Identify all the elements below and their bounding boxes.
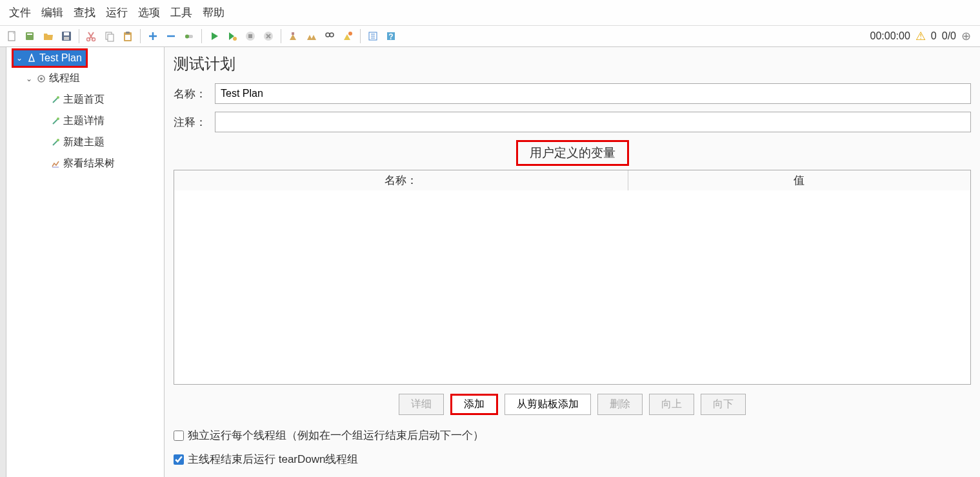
svg-point-6 bbox=[87, 38, 90, 41]
name-input[interactable] bbox=[215, 83, 971, 104]
stop-icon[interactable] bbox=[242, 28, 259, 45]
sampler-icon bbox=[50, 116, 61, 127]
svg-point-15 bbox=[233, 37, 237, 41]
menu-file[interactable]: 文件 bbox=[5, 4, 35, 21]
svg-text:?: ? bbox=[388, 32, 393, 41]
tree-test-plan[interactable]: ⌄ Test Plan bbox=[14, 50, 86, 66]
separator bbox=[281, 29, 281, 43]
expand-icon[interactable] bbox=[145, 28, 161, 45]
collapse-icon[interactable] bbox=[163, 28, 179, 45]
separator bbox=[79, 29, 79, 43]
checkbox-section: 独立运行每个线程组（例如在一个组运行结束后启动下一个） 主线程结束后运行 tea… bbox=[174, 428, 971, 477]
menu-search[interactable]: 查找 bbox=[70, 4, 99, 21]
tree-item-detail[interactable]: 主题详情 bbox=[6, 110, 164, 132]
test-plan-icon bbox=[26, 53, 37, 63]
tree-panel: ⌄ Test Plan ⌄ 线程组 主题首页 主题详情 新建主题 bbox=[6, 47, 165, 477]
shutdown-icon[interactable] bbox=[260, 28, 277, 45]
teardown-checkbox[interactable] bbox=[174, 454, 184, 465]
run-icon[interactable] bbox=[206, 28, 223, 45]
sampler-icon bbox=[50, 95, 61, 105]
grip-icon: ⊕ bbox=[961, 29, 971, 43]
svg-point-22 bbox=[348, 32, 352, 36]
tree-item-results[interactable]: 察看结果树 bbox=[6, 153, 164, 174]
svg-rect-1 bbox=[26, 32, 34, 40]
svg-point-29 bbox=[57, 117, 59, 120]
left-gutter bbox=[0, 47, 6, 477]
variables-section: 用户定义的变量 名称： 值 详细 添加 从剪贴板添加 删除 bbox=[174, 140, 971, 415]
main-area: ⌄ Test Plan ⌄ 线程组 主题首页 主题详情 新建主题 bbox=[0, 47, 980, 477]
save-icon[interactable] bbox=[58, 28, 75, 45]
comment-label: 注释： bbox=[174, 115, 208, 130]
svg-rect-17 bbox=[248, 34, 252, 38]
variables-table: 名称： 值 bbox=[174, 170, 971, 385]
test-plan-highlight: ⌄ Test Plan bbox=[12, 48, 88, 68]
add-button[interactable]: 添加 bbox=[450, 394, 498, 415]
status-area: 00:00:00 ⚠ 0 0/0 ⊕ bbox=[870, 29, 976, 43]
tree-label: 察看结果树 bbox=[63, 157, 115, 170]
add-clipboard-button[interactable]: 从剪贴板添加 bbox=[505, 394, 591, 415]
warning-icon: ⚠ bbox=[915, 29, 926, 43]
variables-body[interactable] bbox=[174, 190, 970, 384]
svg-point-14 bbox=[185, 35, 189, 39]
tree-label: 主题首页 bbox=[63, 93, 105, 107]
elapsed-time: 00:00:00 bbox=[870, 30, 910, 42]
menu-help[interactable]: 帮助 bbox=[199, 4, 228, 21]
clear-icon[interactable] bbox=[285, 28, 302, 45]
down-button[interactable]: 向下 bbox=[701, 394, 746, 415]
svg-point-28 bbox=[57, 96, 59, 99]
menu-tools[interactable]: 工具 bbox=[166, 4, 196, 21]
chevron-down-icon[interactable]: ⌄ bbox=[25, 74, 34, 83]
tree-label: Test Plan bbox=[39, 52, 82, 64]
run-notimers-icon[interactable] bbox=[224, 28, 241, 45]
svg-point-27 bbox=[40, 77, 43, 80]
menu-run[interactable]: 运行 bbox=[102, 4, 132, 21]
function-helper-icon[interactable] bbox=[365, 28, 381, 45]
svg-rect-4 bbox=[64, 32, 69, 36]
search-icon[interactable] bbox=[321, 28, 338, 45]
thread-ratio: 0/0 bbox=[942, 30, 956, 42]
detail-button[interactable]: 详细 bbox=[399, 394, 444, 415]
results-tree-icon bbox=[50, 159, 61, 169]
name-label: 名称： bbox=[174, 86, 208, 101]
delete-button[interactable]: 删除 bbox=[597, 394, 643, 415]
svg-rect-11 bbox=[126, 32, 130, 34]
comment-input[interactable] bbox=[215, 112, 971, 132]
svg-point-20 bbox=[326, 33, 330, 37]
svg-rect-2 bbox=[27, 34, 32, 35]
error-count: 0 bbox=[931, 30, 937, 42]
gear-icon bbox=[36, 74, 46, 84]
open-icon[interactable] bbox=[40, 28, 57, 45]
menubar: 文件 编辑 查找 运行 选项 工具 帮助 bbox=[0, 0, 980, 26]
cut-icon[interactable] bbox=[83, 28, 100, 45]
toggle-icon[interactable] bbox=[181, 28, 197, 45]
up-button[interactable]: 向上 bbox=[649, 394, 694, 415]
svg-point-7 bbox=[92, 38, 95, 41]
reset-search-icon[interactable] bbox=[339, 28, 356, 45]
chevron-down-icon[interactable]: ⌄ bbox=[15, 54, 24, 63]
svg-point-21 bbox=[330, 33, 334, 37]
sampler-icon bbox=[50, 137, 61, 148]
col-value[interactable]: 值 bbox=[628, 170, 970, 190]
clear-all-icon[interactable] bbox=[303, 28, 320, 45]
new-icon[interactable] bbox=[4, 28, 21, 45]
tree-thread-group[interactable]: ⌄ 线程组 bbox=[6, 68, 164, 89]
menu-edit[interactable]: 编辑 bbox=[37, 4, 67, 21]
separator bbox=[360, 29, 361, 43]
menu-options[interactable]: 选项 bbox=[134, 4, 164, 21]
teardown-label: 主线程结束后运行 tearDown线程组 bbox=[188, 452, 358, 467]
help-icon[interactable]: ? bbox=[383, 28, 399, 45]
svg-rect-5 bbox=[64, 37, 69, 40]
independent-checkbox[interactable] bbox=[174, 431, 184, 441]
template-icon[interactable] bbox=[22, 28, 39, 45]
button-row: 详细 添加 从剪贴板添加 删除 向上 向下 bbox=[174, 394, 971, 415]
col-name[interactable]: 名称： bbox=[174, 170, 628, 190]
paste-icon[interactable] bbox=[119, 28, 136, 45]
tree-item-new[interactable]: 新建主题 bbox=[6, 132, 164, 153]
independent-label: 独立运行每个线程组（例如在一个组运行结束后启动下一个） bbox=[188, 428, 484, 443]
separator bbox=[201, 29, 202, 43]
svg-rect-12 bbox=[125, 35, 130, 40]
separator bbox=[140, 29, 141, 43]
copy-icon[interactable] bbox=[101, 28, 118, 45]
svg-point-30 bbox=[57, 139, 59, 141]
tree-item-home[interactable]: 主题首页 bbox=[6, 89, 164, 110]
